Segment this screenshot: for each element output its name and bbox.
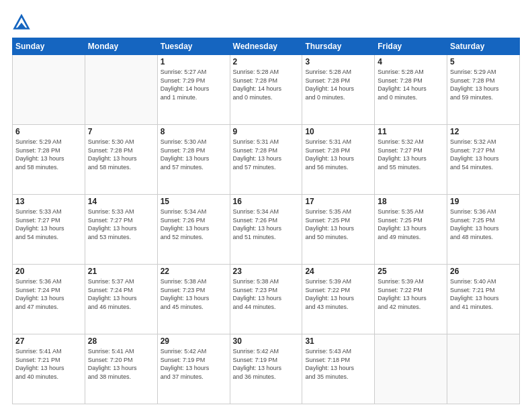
day-cell-30: 30Sunrise: 5:42 AM Sunset: 7:19 PM Dayli… [230, 334, 302, 404]
day-info: Sunrise: 5:40 AM Sunset: 7:21 PM Dayligh… [450, 277, 517, 311]
empty-cell [85, 55, 157, 125]
day-info: Sunrise: 5:35 AM Sunset: 7:25 PM Dayligh… [378, 208, 444, 241]
day-cell-17: 17Sunrise: 5:35 AM Sunset: 7:25 PM Dayli… [302, 195, 375, 265]
day-info: Sunrise: 5:34 AM Sunset: 7:26 PM Dayligh… [233, 208, 300, 241]
day-info: Sunrise: 5:42 AM Sunset: 7:19 PM Dayligh… [161, 347, 227, 381]
day-info: Sunrise: 5:29 AM Sunset: 7:28 PM Dayligh… [15, 138, 82, 171]
svg-marker-1 [17, 23, 26, 29]
day-number: 28 [88, 336, 154, 346]
day-number: 8 [161, 127, 227, 136]
day-cell-5: 5Sunrise: 5:29 AM Sunset: 7:28 PM Daylig… [447, 55, 520, 125]
day-cell-18: 18Sunrise: 5:35 AM Sunset: 7:25 PM Dayli… [375, 195, 447, 265]
weekday-header-sunday: Sunday [13, 38, 85, 55]
day-info: Sunrise: 5:33 AM Sunset: 7:27 PM Dayligh… [15, 208, 82, 241]
week-row-4: 20Sunrise: 5:36 AM Sunset: 7:24 PM Dayli… [13, 265, 520, 334]
day-cell-4: 4Sunrise: 5:28 AM Sunset: 7:28 PM Daylig… [375, 55, 447, 125]
day-number: 3 [305, 57, 371, 66]
day-info: Sunrise: 5:41 AM Sunset: 7:21 PM Dayligh… [15, 347, 82, 381]
day-info: Sunrise: 5:41 AM Sunset: 7:20 PM Dayligh… [88, 347, 154, 381]
weekday-header-saturday: Saturday [447, 38, 520, 55]
day-number: 10 [305, 127, 371, 136]
day-cell-26: 26Sunrise: 5:40 AM Sunset: 7:21 PM Dayli… [447, 265, 520, 334]
day-number: 20 [15, 267, 82, 276]
day-cell-25: 25Sunrise: 5:39 AM Sunset: 7:22 PM Dayli… [375, 265, 447, 334]
weekday-header-monday: Monday [85, 38, 157, 55]
week-row-2: 6Sunrise: 5:29 AM Sunset: 7:28 PM Daylig… [13, 125, 520, 195]
day-number: 25 [378, 267, 444, 276]
day-number: 5 [450, 57, 517, 66]
weekday-header-row: SundayMondayTuesdayWednesdayThursdayFrid… [13, 38, 520, 55]
day-cell-20: 20Sunrise: 5:36 AM Sunset: 7:24 PM Dayli… [13, 265, 85, 334]
day-cell-29: 29Sunrise: 5:42 AM Sunset: 7:19 PM Dayli… [157, 334, 230, 404]
day-number: 13 [15, 197, 82, 206]
day-info: Sunrise: 5:43 AM Sunset: 7:18 PM Dayligh… [305, 347, 371, 381]
day-number: 23 [233, 267, 300, 276]
day-cell-10: 10Sunrise: 5:31 AM Sunset: 7:28 PM Dayli… [302, 125, 375, 195]
day-info: Sunrise: 5:39 AM Sunset: 7:22 PM Dayligh… [378, 277, 444, 311]
day-info: Sunrise: 5:36 AM Sunset: 7:24 PM Dayligh… [15, 277, 82, 311]
day-info: Sunrise: 5:31 AM Sunset: 7:28 PM Dayligh… [233, 138, 300, 171]
day-info: Sunrise: 5:28 AM Sunset: 7:28 PM Dayligh… [233, 68, 300, 101]
day-info: Sunrise: 5:34 AM Sunset: 7:26 PM Dayligh… [161, 208, 227, 241]
day-cell-22: 22Sunrise: 5:38 AM Sunset: 7:23 PM Dayli… [157, 265, 230, 334]
day-cell-1: 1Sunrise: 5:27 AM Sunset: 7:29 PM Daylig… [157, 55, 230, 125]
day-number: 4 [378, 57, 444, 66]
day-info: Sunrise: 5:30 AM Sunset: 7:28 PM Dayligh… [88, 138, 154, 171]
day-cell-12: 12Sunrise: 5:32 AM Sunset: 7:27 PM Dayli… [447, 125, 520, 195]
day-number: 24 [305, 267, 371, 276]
weekday-header-tuesday: Tuesday [157, 38, 230, 55]
day-info: Sunrise: 5:27 AM Sunset: 7:29 PM Dayligh… [161, 68, 227, 101]
day-cell-8: 8Sunrise: 5:30 AM Sunset: 7:28 PM Daylig… [157, 125, 230, 195]
day-number: 27 [15, 336, 82, 346]
day-number: 1 [161, 57, 227, 66]
day-number: 9 [233, 127, 300, 136]
day-info: Sunrise: 5:32 AM Sunset: 7:27 PM Dayligh… [378, 138, 444, 171]
day-number: 12 [450, 127, 517, 136]
day-number: 6 [15, 127, 82, 136]
day-cell-6: 6Sunrise: 5:29 AM Sunset: 7:28 PM Daylig… [13, 125, 85, 195]
day-info: Sunrise: 5:38 AM Sunset: 7:23 PM Dayligh… [161, 277, 227, 311]
day-cell-3: 3Sunrise: 5:28 AM Sunset: 7:28 PM Daylig… [302, 55, 375, 125]
day-number: 18 [378, 197, 444, 206]
empty-cell [375, 334, 447, 404]
day-number: 11 [378, 127, 444, 136]
day-cell-13: 13Sunrise: 5:33 AM Sunset: 7:27 PM Dayli… [13, 195, 85, 265]
day-cell-16: 16Sunrise: 5:34 AM Sunset: 7:26 PM Dayli… [230, 195, 302, 265]
day-info: Sunrise: 5:28 AM Sunset: 7:28 PM Dayligh… [378, 68, 444, 101]
day-info: Sunrise: 5:32 AM Sunset: 7:27 PM Dayligh… [450, 138, 517, 171]
day-number: 22 [161, 267, 227, 276]
day-cell-28: 28Sunrise: 5:41 AM Sunset: 7:20 PM Dayli… [85, 334, 157, 404]
day-number: 16 [233, 197, 300, 206]
week-row-1: 1Sunrise: 5:27 AM Sunset: 7:29 PM Daylig… [13, 55, 520, 125]
day-cell-9: 9Sunrise: 5:31 AM Sunset: 7:28 PM Daylig… [230, 125, 302, 195]
day-info: Sunrise: 5:35 AM Sunset: 7:25 PM Dayligh… [305, 208, 371, 241]
calendar-table: SundayMondayTuesdayWednesdayThursdayFrid… [12, 38, 520, 404]
day-cell-7: 7Sunrise: 5:30 AM Sunset: 7:28 PM Daylig… [85, 125, 157, 195]
empty-cell [13, 55, 85, 125]
logo-icon [12, 12, 31, 31]
day-cell-23: 23Sunrise: 5:38 AM Sunset: 7:23 PM Dayli… [230, 265, 302, 334]
empty-cell [447, 334, 520, 404]
day-cell-24: 24Sunrise: 5:39 AM Sunset: 7:22 PM Dayli… [302, 265, 375, 334]
day-number: 2 [233, 57, 300, 66]
day-info: Sunrise: 5:33 AM Sunset: 7:27 PM Dayligh… [88, 208, 154, 241]
day-cell-31: 31Sunrise: 5:43 AM Sunset: 7:18 PM Dayli… [302, 334, 375, 404]
day-number: 29 [161, 336, 227, 346]
day-number: 7 [88, 127, 154, 136]
header [12, 12, 520, 31]
day-number: 21 [88, 267, 154, 276]
day-number: 15 [161, 197, 227, 206]
day-cell-2: 2Sunrise: 5:28 AM Sunset: 7:28 PM Daylig… [230, 55, 302, 125]
day-number: 19 [450, 197, 517, 206]
day-info: Sunrise: 5:42 AM Sunset: 7:19 PM Dayligh… [233, 347, 300, 381]
weekday-header-thursday: Thursday [302, 38, 375, 55]
day-info: Sunrise: 5:29 AM Sunset: 7:28 PM Dayligh… [450, 68, 517, 101]
logo [12, 12, 34, 31]
day-info: Sunrise: 5:37 AM Sunset: 7:24 PM Dayligh… [88, 277, 154, 311]
day-cell-21: 21Sunrise: 5:37 AM Sunset: 7:24 PM Dayli… [85, 265, 157, 334]
day-cell-15: 15Sunrise: 5:34 AM Sunset: 7:26 PM Dayli… [157, 195, 230, 265]
day-cell-14: 14Sunrise: 5:33 AM Sunset: 7:27 PM Dayli… [85, 195, 157, 265]
page: SundayMondayTuesdayWednesdayThursdayFrid… [0, 0, 532, 411]
day-cell-11: 11Sunrise: 5:32 AM Sunset: 7:27 PM Dayli… [375, 125, 447, 195]
day-info: Sunrise: 5:28 AM Sunset: 7:28 PM Dayligh… [305, 68, 371, 101]
